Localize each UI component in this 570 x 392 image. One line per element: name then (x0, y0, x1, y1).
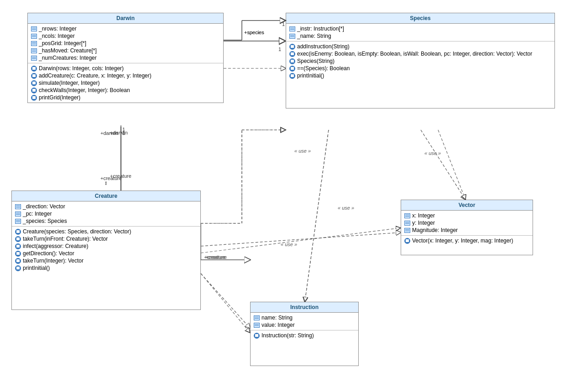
field-icon (31, 40, 37, 46)
field-icon (404, 227, 410, 233)
svg-line-13 (305, 130, 329, 302)
method-icon (31, 87, 37, 93)
vector-title: Vector (401, 200, 533, 211)
field-icon (31, 26, 37, 32)
method-icon (289, 58, 295, 64)
svg-text:+creature: +creature (100, 175, 122, 181)
darwin-method-1: Darwin(rows: Integer, cols: Integer) (31, 65, 220, 72)
species-method-1: addInstruction(String) (289, 43, 552, 50)
method-icon (289, 72, 295, 79)
svg-line-10 (201, 232, 401, 246)
svg-text:1: 1 (282, 21, 285, 27)
svg-text:+creature: +creature (110, 173, 131, 179)
instruction-class: Instruction name: String value: Integer … (250, 302, 359, 366)
method-icon (31, 80, 37, 86)
field-icon (15, 211, 21, 217)
creature-methods: Creature(species: Species, direction: Ve… (12, 227, 200, 309)
creature-method-6: printInitial() (15, 264, 198, 272)
darwin-field-2: _ncols: Integer (31, 32, 220, 40)
field-icon (31, 47, 37, 54)
svg-text:+species: +species (244, 30, 264, 35)
method-icon (289, 65, 295, 72)
method-icon (15, 265, 21, 271)
darwin-class: Darwin _nrows: Integer _ncols: Integer _… (27, 13, 224, 103)
creature-class: Creature _direction: Vector _pc: Integer… (11, 191, 201, 310)
vector-methods: Vector(x: Integer, y: Integer, mag: Inte… (401, 236, 533, 255)
darwin-field-4: _hasMoved: Creature[*] (31, 47, 220, 54)
instruction-field-1: name: String (253, 314, 356, 321)
svg-text:« use »: « use » (424, 150, 441, 156)
creature-method-3: infect(aggressor: Creature) (15, 242, 198, 250)
darwin-fields: _nrows: Integer _ncols: Integer _posGrid… (28, 24, 223, 63)
species-fields: _instr: Instruction[*] _name: String (286, 24, 554, 41)
method-icon (31, 72, 37, 79)
darwin-method-3: simulate(Integer, Integer) (31, 79, 220, 87)
field-icon (404, 212, 410, 219)
svg-text:*: * (105, 182, 107, 188)
species-field-2: _name: String (289, 32, 552, 40)
creature-title: Creature (12, 191, 200, 201)
darwin-field-5: _numCreatures: Integer (31, 54, 220, 62)
creature-method-2: takeTurn(inFront: Creature): Vector (15, 235, 198, 242)
instruction-method-1: Instruction(str: String) (253, 332, 356, 339)
field-icon (404, 220, 410, 226)
species-methods: addInstruction(String) exec(isEnemy: Boo… (286, 41, 554, 108)
svg-text:+creature: +creature (204, 254, 225, 260)
instruction-field-2: value: Integer (253, 321, 356, 329)
creature-field-1: _direction: Vector (15, 203, 198, 210)
vector-field-2: y: Integer (404, 219, 530, 227)
instruction-fields: name: String value: Integer (251, 313, 358, 330)
species-method-2: exec(isEnemy: Boolean, isEmpty: Boolean,… (289, 50, 552, 57)
svg-line-34 (438, 130, 465, 200)
method-icon (31, 65, 37, 72)
creature-field-3: _species: Species (15, 217, 198, 225)
svg-text:+species: +species (244, 30, 264, 35)
method-icon (253, 332, 260, 339)
field-icon (289, 26, 295, 32)
svg-text:« use »: « use » (294, 148, 311, 154)
vector-method-1: Vector(x: Integer, y: Integer, mag: Inte… (404, 237, 530, 244)
darwin-method-4: checkWalls(Integer, Integer): Boolean (31, 87, 220, 94)
darwin-title: Darwin (28, 13, 223, 24)
field-icon (31, 33, 37, 39)
species-method-4: ==(Species): Boolean (289, 65, 552, 72)
svg-text:+darwin: +darwin (100, 130, 118, 136)
svg-line-35 (305, 130, 329, 302)
field-icon (31, 55, 37, 61)
instruction-title: Instruction (251, 302, 358, 313)
svg-text:+creature: +creature (205, 254, 227, 260)
method-icon (15, 250, 21, 257)
svg-text:« use »: « use » (338, 205, 354, 211)
darwin-method-2: addCreature(c: Creature, x: Integer, y: … (31, 72, 220, 79)
svg-text:1: 1 (278, 46, 281, 52)
svg-line-36 (201, 273, 250, 333)
vector-fields: x: Integer y: Integer Magnitude: Integer (401, 211, 533, 236)
method-icon (15, 243, 21, 249)
darwin-method-5: printGrid(Integer) (31, 94, 220, 101)
svg-line-12 (201, 273, 250, 328)
darwin-methods: Darwin(rows: Integer, cols: Integer) add… (28, 63, 223, 103)
svg-text:1: 1 (122, 130, 125, 136)
method-icon (15, 236, 21, 242)
vector-field-1: x: Integer (404, 212, 530, 219)
field-icon (253, 315, 260, 321)
creature-method-4: getDirection(): Vector (15, 250, 198, 257)
method-icon (31, 94, 37, 101)
species-field-1: _instr: Instruction[*] (289, 25, 552, 32)
method-icon (15, 228, 21, 235)
svg-text:1: 1 (122, 127, 125, 132)
species-class: Species _instr: Instruction[*] _name: St… (286, 13, 555, 108)
instruction-methods: Instruction(str: String) (251, 330, 358, 366)
svg-line-11 (421, 130, 465, 200)
field-icon (253, 322, 260, 328)
vector-class: Vector x: Integer y: Integer Magnitude: … (401, 200, 533, 255)
darwin-field-1: _nrows: Integer (31, 25, 220, 32)
field-icon (15, 218, 21, 224)
method-icon (289, 51, 295, 57)
species-title: Species (286, 13, 554, 24)
method-icon (404, 237, 410, 244)
diagram-container: +darwin 1 +creature * +species 1 +creatu… (0, 0, 570, 392)
creature-method-5: takeTurn(Integer): Vector (15, 257, 198, 264)
field-icon (289, 33, 295, 39)
svg-text:*: * (105, 181, 107, 186)
